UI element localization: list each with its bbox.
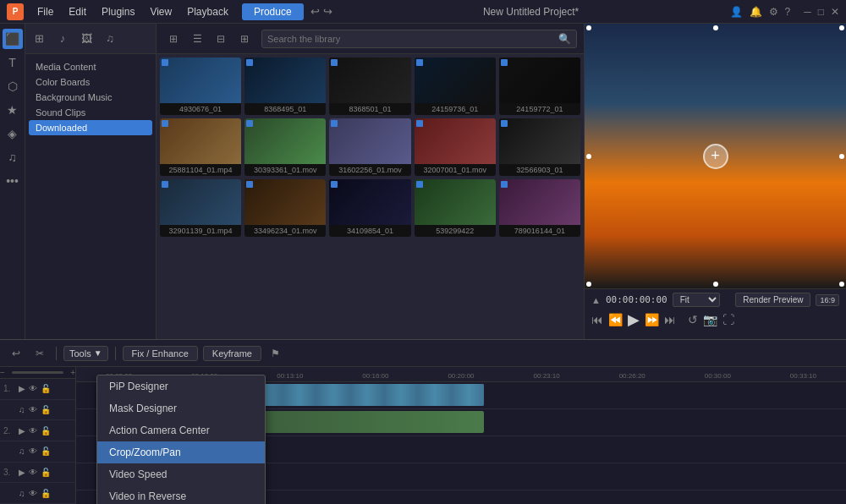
track-lock-icon-1[interactable]: 🔓: [41, 384, 51, 393]
fit-select[interactable]: Fit 100% 75% 50%: [673, 293, 720, 307]
track-lock-icon-2[interactable]: 🔓: [41, 426, 51, 436]
edge-handle-left[interactable]: [586, 154, 591, 159]
produce-button[interactable]: Produce: [242, 3, 304, 20]
account-icon[interactable]: 👤: [730, 6, 743, 18]
dd-video-speed[interactable]: Video Speed: [97, 463, 265, 485]
menu-view[interactable]: View: [143, 4, 179, 19]
preview-add-icon[interactable]: +: [703, 144, 728, 169]
notification-icon[interactable]: 🔔: [750, 6, 762, 18]
sidebar-more-icon[interactable]: •••: [3, 171, 23, 191]
media-audio-btn[interactable]: ♪: [52, 29, 73, 49]
sidebar-titles-icon[interactable]: T: [3, 52, 23, 73]
track-label-audio-1: ♫ 👁 🔓: [0, 400, 76, 421]
fullscreen-button[interactable]: ⛶: [722, 313, 734, 326]
help-icon[interactable]: ?: [785, 6, 791, 18]
loop-button[interactable]: ↺: [688, 313, 698, 326]
play-button[interactable]: ▶: [628, 310, 640, 329]
media-view-btn[interactable]: ⊞: [29, 29, 49, 49]
menu-file[interactable]: File: [30, 4, 60, 19]
thumb-10[interactable]: 32566903_01: [499, 118, 580, 176]
corner-handle-tl[interactable]: [586, 25, 591, 30]
thumb-3[interactable]: 8368501_01: [329, 58, 410, 115]
goto-end-button[interactable]: ⏭: [664, 313, 676, 326]
thumb-15[interactable]: 789016144_01: [499, 179, 580, 237]
dd-video-reverse[interactable]: Video in Reverse: [97, 485, 265, 504]
edge-handle-bottom[interactable]: [713, 282, 718, 287]
timeline-zoom-out[interactable]: −: [0, 368, 5, 377]
track-lock-icon-a2[interactable]: 🔓: [41, 446, 51, 456]
step-forward-button[interactable]: ⏩: [645, 313, 659, 326]
menu-plugins[interactable]: Plugins: [95, 4, 141, 19]
corner-handle-br[interactable]: [839, 282, 844, 287]
dd-pip-designer[interactable]: PiP Designer: [97, 375, 265, 397]
edge-handle-top[interactable]: [713, 25, 718, 30]
track-eye-icon-3[interactable]: 👁: [29, 468, 37, 477]
tl-cut-btn[interactable]: ✂: [30, 344, 49, 363]
nav-media-content[interactable]: Media Content: [29, 59, 152, 74]
nav-color-boards[interactable]: Color Boards: [29, 74, 152, 90]
track-lock-icon-3[interactable]: 🔓: [41, 468, 51, 477]
sidebar-overlays-icon[interactable]: ◈: [3, 123, 23, 144]
track-lock-icon-a1[interactable]: 🔓: [41, 405, 51, 414]
corner-handle-bl[interactable]: [586, 282, 591, 287]
track-eye-icon-2[interactable]: 👁: [29, 426, 37, 436]
thumb-8[interactable]: 31602256_01.mov: [329, 118, 410, 176]
dd-action-camera[interactable]: Action Camera Center: [97, 419, 265, 441]
settings-icon[interactable]: ⚙: [769, 6, 778, 18]
list-view-btn[interactable]: ☰: [187, 29, 207, 49]
menu-playback[interactable]: Playback: [180, 4, 235, 19]
grid-view-btn[interactable]: ⊞: [163, 29, 184, 49]
thumb-14[interactable]: 539299422: [415, 179, 496, 237]
thumb-4[interactable]: 24159736_01: [415, 58, 496, 115]
dd-crop-zoom-pan[interactable]: Crop/Zoom/Pan: [97, 441, 265, 463]
thumb-9[interactable]: 32007001_01.mov: [415, 118, 496, 176]
tools-dropdown[interactable]: Tools ▼: [63, 346, 108, 361]
thumb-12[interactable]: 33496234_01.mov: [244, 179, 326, 237]
track-eye-icon-a3[interactable]: 👁: [29, 489, 37, 498]
tl-undo-btn[interactable]: ↩: [7, 344, 25, 363]
redo-button[interactable]: ↪: [323, 5, 332, 18]
keyframe-button[interactable]: Keyframe: [203, 346, 261, 361]
thumb-11[interactable]: 32901139_01.mp4: [160, 179, 241, 237]
sidebar-effects-icon[interactable]: ★: [3, 100, 23, 120]
thumb-7[interactable]: 30393361_01.mov: [244, 118, 326, 176]
sort-btn[interactable]: ⊞: [234, 29, 255, 49]
media-img-btn[interactable]: 🖼: [76, 29, 96, 49]
thumb-5[interactable]: 24159772_01: [499, 58, 580, 115]
nav-downloaded[interactable]: Downloaded: [29, 120, 152, 135]
track-lock-icon-a3[interactable]: 🔓: [41, 489, 51, 498]
edge-handle-right[interactable]: [839, 154, 844, 159]
media-music-btn[interactable]: ♫: [100, 29, 120, 49]
timeline-toolbar: ↩ ✂ Tools ▼ Fix / Enhance Keyframe ⚑: [0, 340, 846, 367]
thumb-2[interactable]: 8368495_01: [244, 58, 326, 115]
timeline-zoom-in[interactable]: +: [70, 368, 75, 377]
fix-enhance-button[interactable]: Fix / Enhance: [123, 346, 198, 361]
render-preview-button[interactable]: Render Preview: [735, 293, 810, 307]
track-label-audio-3: ♫ 👁 🔓: [0, 483, 76, 504]
dd-mask-designer[interactable]: Mask Designer: [97, 397, 265, 419]
thumb-6[interactable]: 25881104_01.mp4: [160, 118, 241, 176]
snapshot-button[interactable]: 📷: [703, 313, 717, 326]
thumb-13[interactable]: 34109854_01: [329, 179, 410, 237]
search-input[interactable]: [267, 34, 558, 44]
sidebar-media-icon[interactable]: ⬛: [3, 29, 23, 49]
tl-marker-btn[interactable]: ⚑: [266, 344, 285, 363]
thumb-1[interactable]: 4930676_01: [160, 58, 241, 115]
media-panel: ⊞ ♪ 🖼 ♫ Media Content Color Boards Backg…: [25, 24, 157, 339]
sidebar-transitions-icon[interactable]: ⬡: [3, 76, 23, 96]
nav-sound-clips[interactable]: Sound Clips: [29, 105, 152, 120]
detail-view-btn[interactable]: ⊟: [211, 29, 231, 49]
track-eye-icon-a1[interactable]: 👁: [29, 405, 37, 414]
close-button[interactable]: ✕: [831, 6, 839, 18]
step-back-button[interactable]: ⏪: [608, 313, 623, 326]
maximize-button[interactable]: □: [818, 6, 824, 18]
track-eye-icon-a2[interactable]: 👁: [29, 446, 37, 456]
menu-edit[interactable]: Edit: [62, 4, 93, 19]
nav-background-music[interactable]: Background Music: [29, 90, 152, 105]
sidebar-audio-icon[interactable]: ♫: [3, 147, 23, 167]
goto-start-button[interactable]: ⏮: [591, 313, 603, 326]
undo-button[interactable]: ↩: [310, 5, 320, 18]
track-eye-icon[interactable]: 👁: [29, 384, 37, 393]
corner-handle-tr[interactable]: [839, 25, 844, 30]
minimize-button[interactable]: ─: [804, 6, 811, 18]
